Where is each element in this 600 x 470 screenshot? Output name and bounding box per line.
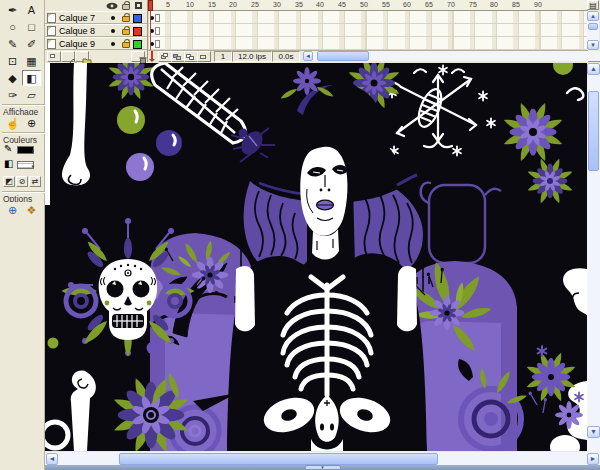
text-tool[interactable]: A bbox=[22, 2, 41, 18]
eraser-tool[interactable]: ▱ bbox=[22, 87, 41, 103]
canvas-scroll-right-button[interactable]: ► bbox=[587, 453, 599, 465]
ruler-number: 30 bbox=[273, 1, 281, 8]
layer-lock-icon[interactable] bbox=[122, 29, 130, 35]
insert-folder-button[interactable] bbox=[75, 51, 89, 62]
ruler-number: 60 bbox=[403, 1, 411, 8]
ruler-number: 35 bbox=[295, 1, 303, 8]
ruler-number: 50 bbox=[360, 1, 368, 8]
layer-list: Calque 7 Calque 8 Calque 9 bbox=[45, 0, 147, 62]
tool-palette: ✒ A ○ □ ✎ ✐ ⊡ ▦ ◆ ◧ ✑ ▱ Affichage ☝ ⊕ Co… bbox=[0, 0, 45, 470]
frame-row[interactable] bbox=[148, 24, 588, 37]
layer-header bbox=[45, 0, 147, 11]
layer-visible-dot[interactable] bbox=[111, 42, 115, 46]
timeline-hscroll-thumb[interactable] bbox=[317, 51, 369, 61]
timeline-vscroll[interactable]: ▲ ▼ bbox=[587, 11, 599, 50]
stage-artwork bbox=[45, 63, 587, 451]
insert-layer-button[interactable] bbox=[47, 51, 61, 62]
layer-row[interactable]: Calque 7 bbox=[45, 11, 147, 24]
frame-grid[interactable] bbox=[148, 11, 588, 50]
layer-row[interactable]: Calque 9 bbox=[45, 37, 147, 50]
onion-skin-outlines-button[interactable] bbox=[184, 51, 198, 62]
canvas-vscroll-thumb[interactable] bbox=[588, 91, 599, 171]
layer-visible-dot[interactable] bbox=[111, 29, 115, 33]
ruler-number: 40 bbox=[316, 1, 324, 8]
layer-outline-color[interactable] bbox=[133, 27, 142, 36]
layer-page-icon bbox=[47, 13, 56, 23]
flash-editor-window: ✒ A ○ □ ✎ ✐ ⊡ ▦ ◆ ◧ ✑ ▱ Affichage ☝ ⊕ Co… bbox=[0, 0, 600, 470]
frame-row[interactable] bbox=[148, 37, 588, 50]
canvas-scroll-left-button[interactable]: ◄ bbox=[46, 453, 58, 465]
brush-tool[interactable]: ✐ bbox=[22, 36, 41, 52]
outline-column-icon[interactable] bbox=[135, 2, 142, 9]
ruler-number: 70 bbox=[447, 1, 455, 8]
fill-color-swatch[interactable]: ▾ bbox=[17, 161, 34, 169]
ruler-number: 20 bbox=[229, 1, 237, 8]
hand-tool[interactable]: ☝ bbox=[3, 115, 22, 131]
frame-row[interactable] bbox=[148, 11, 588, 24]
onion-skin-button[interactable] bbox=[171, 51, 185, 62]
default-colors-button[interactable]: ◩ bbox=[3, 176, 15, 187]
frame-rate-box[interactable]: 12.0 ips bbox=[232, 51, 272, 62]
frame-ruler[interactable]: 5 10 15 20 25 30 35 40 45 50 55 60 65 70… bbox=[148, 0, 588, 11]
ruler-number: 90 bbox=[534, 1, 542, 8]
option-button-1[interactable]: ⊕ bbox=[3, 202, 22, 218]
canvas-scroll-up-button[interactable]: ▲ bbox=[587, 63, 600, 75]
delete-layer-button[interactable] bbox=[131, 51, 145, 62]
layer-visible-dot[interactable] bbox=[111, 16, 115, 20]
playhead[interactable] bbox=[148, 0, 153, 11]
ruler-number: 15 bbox=[208, 1, 216, 8]
layer-lock-icon[interactable] bbox=[122, 42, 130, 48]
edit-multiple-frames-button[interactable] bbox=[197, 51, 211, 62]
ruler-number: 55 bbox=[382, 1, 390, 8]
zoom-tool[interactable]: ⊕ bbox=[22, 115, 41, 131]
canvas-hscroll-thumb[interactable] bbox=[119, 453, 438, 465]
layer-outline-color[interactable] bbox=[133, 14, 142, 23]
paint-bucket-tool[interactable]: ◧ bbox=[22, 70, 41, 86]
free-transform-tool[interactable]: ⊡ bbox=[3, 53, 22, 69]
lock-column-icon[interactable] bbox=[122, 4, 130, 10]
pencil-tool[interactable]: ✎ bbox=[3, 36, 22, 52]
fill-transform-tool[interactable]: ▦ bbox=[22, 53, 41, 69]
stroke-color-swatch[interactable]: ▾ bbox=[17, 146, 34, 154]
panel-collapse-button[interactable]: ▾ bbox=[305, 465, 341, 470]
ruler-number: 45 bbox=[338, 1, 346, 8]
oval-tool[interactable]: ○ bbox=[3, 19, 22, 35]
show-hide-icon[interactable] bbox=[106, 2, 118, 10]
layer-lock-icon[interactable] bbox=[122, 16, 130, 22]
stage-canvas[interactable] bbox=[45, 63, 587, 451]
timeline-panel: Calque 7 Calque 8 Calque 9 bbox=[45, 0, 600, 62]
layer-name[interactable]: Calque 7 bbox=[59, 13, 95, 23]
center-frame-button[interactable] bbox=[158, 51, 172, 62]
current-frame-box: 1 bbox=[214, 51, 232, 62]
timeline-scroll-down-button[interactable]: ▼ bbox=[587, 40, 599, 50]
timeline-scroll-up-button[interactable]: ▲ bbox=[587, 11, 599, 21]
panel-splitter: ▾ bbox=[45, 465, 600, 470]
add-motion-guide-button[interactable] bbox=[61, 51, 75, 62]
ink-bottle-tool[interactable]: ◆ bbox=[3, 70, 22, 86]
layer-name[interactable]: Calque 8 bbox=[59, 26, 95, 36]
rectangle-tool[interactable]: □ bbox=[22, 19, 41, 35]
timeline-hscroll[interactable]: ◄ ► bbox=[303, 51, 600, 61]
layer-page-icon bbox=[47, 26, 56, 36]
canvas-vscroll[interactable]: ▲ ▼ bbox=[587, 63, 600, 452]
pen-tool[interactable]: ✒ bbox=[3, 2, 22, 18]
layer-outline-color[interactable] bbox=[133, 40, 142, 49]
ruler-number: 5 bbox=[166, 1, 170, 8]
swap-colors-button[interactable]: ⇄ bbox=[29, 176, 41, 187]
layer-controls bbox=[45, 50, 147, 62]
frame-view-menu-button[interactable]: ▤ bbox=[587, 0, 599, 10]
stroke-color-icon: ✎ bbox=[4, 143, 12, 154]
ruler-number: 25 bbox=[251, 1, 259, 8]
no-color-button[interactable]: ⊘ bbox=[16, 176, 28, 187]
ruler-number: 75 bbox=[469, 1, 477, 8]
option-button-2[interactable]: ❖ bbox=[22, 202, 41, 218]
layer-name[interactable]: Calque 9 bbox=[59, 39, 95, 49]
eyedropper-tool[interactable]: ✑ bbox=[3, 87, 22, 103]
timeline-vscroll-thumb[interactable] bbox=[588, 23, 598, 30]
fill-color-icon: ◧ bbox=[4, 158, 13, 169]
timeline-scroll-left-button[interactable]: ◄ bbox=[303, 51, 313, 61]
canvas-scroll-down-button[interactable]: ▼ bbox=[587, 426, 600, 438]
ruler-number: 10 bbox=[186, 1, 194, 8]
layer-row[interactable]: Calque 8 bbox=[45, 24, 147, 37]
elapsed-time-box: 0.0s bbox=[272, 51, 300, 62]
